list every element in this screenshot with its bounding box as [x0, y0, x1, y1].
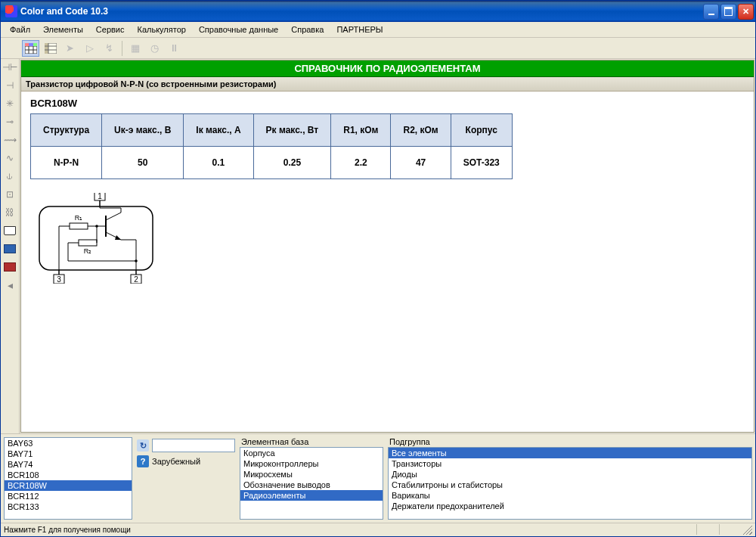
- svg-rect-30: [79, 240, 97, 246]
- refresh-button[interactable]: ↻: [137, 439, 149, 452]
- left-tool-6[interactable]: ∿: [2, 151, 17, 165]
- menu-file[interactable]: Файл: [4, 23, 36, 36]
- left-tool-book[interactable]: [2, 224, 17, 237]
- list-item[interactable]: BCR108W: [5, 480, 132, 491]
- toolbar-table2-icon[interactable]: [42, 40, 59, 57]
- svg-text:1: 1: [98, 193, 102, 200]
- th-r2: R2, кОм: [391, 114, 451, 147]
- parts-listbox[interactable]: BAY63 BAY71 BAY74 BCR108 BCR108W BCR112 …: [4, 437, 132, 520]
- svg-rect-7: [33, 43, 37, 46]
- th-package: Корпус: [451, 114, 512, 147]
- left-tool-red[interactable]: [2, 260, 17, 274]
- th-pc: Pк макс., Вт: [253, 114, 331, 147]
- spec-table: Структура Uк-э макс., В Iк макс., А Pк м…: [30, 113, 513, 179]
- toolbar-arrow-icon[interactable]: ➤: [61, 40, 79, 57]
- list-item[interactable]: BCR108: [5, 470, 132, 480]
- help-button[interactable]: ?: [137, 455, 149, 467]
- toolbar: ➤ ▷ ↯ ▦ ◷ ⏸: [1, 38, 755, 59]
- menu-partners[interactable]: ПАРТНЕРЫ: [330, 23, 389, 36]
- reference-header: СПРАВОЧНИК ПО РАДИОЭЛЕМЕНТАМ: [21, 61, 754, 77]
- toolbar-calc-icon[interactable]: ▦: [126, 40, 144, 57]
- base-listbox[interactable]: Корпуса Микроконтроллеры Микросхемы Обоз…: [240, 447, 383, 520]
- th-ic: Iк макс., А: [184, 114, 253, 147]
- list-item[interactable]: Микроконтроллеры: [240, 458, 383, 469]
- list-item[interactable]: Корпуса: [240, 448, 383, 458]
- list-item[interactable]: BCR112: [5, 491, 132, 501]
- svg-marker-42: [115, 235, 121, 240]
- svg-rect-5: [25, 43, 29, 46]
- left-tool-2[interactable]: ⊣: [2, 79, 17, 92]
- maximize-button[interactable]: [720, 4, 736, 20]
- svg-text:3: 3: [57, 275, 61, 284]
- th-structure: Структура: [31, 114, 102, 147]
- menu-help[interactable]: Справка: [285, 23, 330, 36]
- filter-controls: ↻ ? Зарубежный: [137, 437, 235, 520]
- menu-service[interactable]: Сервис: [90, 23, 131, 36]
- base-group: Элементная база Корпуса Микроконтроллеры…: [240, 437, 383, 520]
- list-item[interactable]: BCR133: [5, 501, 132, 512]
- window-title: Color and Code 10.3: [20, 6, 703, 17]
- left-tool-collapse[interactable]: ◂: [2, 278, 17, 292]
- close-button[interactable]: [738, 4, 754, 20]
- svg-point-45: [135, 259, 138, 262]
- left-tool-blue[interactable]: [2, 242, 17, 256]
- search-input[interactable]: [152, 439, 235, 452]
- svg-rect-25: [70, 223, 88, 229]
- list-item[interactable]: BAY74: [5, 459, 132, 470]
- list-item[interactable]: BAY71: [5, 449, 132, 459]
- svg-rect-6: [29, 43, 33, 46]
- list-item[interactable]: Стабилитроны и стабисторы: [389, 480, 751, 490]
- part-name: BCR108W: [30, 98, 745, 109]
- content-area: СПРАВОЧНИК ПО РАДИОЭЛЕМЕНТАМ Транзистор …: [20, 60, 754, 433]
- toolbar-clock-icon[interactable]: ◷: [146, 40, 163, 57]
- left-tool-3[interactable]: ✳: [2, 97, 17, 110]
- list-item[interactable]: Радиоэлементы: [240, 490, 383, 501]
- svg-text:2: 2: [134, 275, 138, 284]
- list-item[interactable]: BAY63: [5, 438, 132, 449]
- th-uce: Uк-э макс., В: [102, 114, 184, 147]
- app-icon: [5, 5, 17, 17]
- svg-rect-9: [45, 43, 48, 54]
- left-tool-8[interactable]: ⊡: [2, 188, 17, 201]
- svg-text:R₂: R₂: [84, 247, 92, 255]
- subgroup-label: Подгруппа: [388, 437, 752, 446]
- schematic-diagram: 1 3 2 R₁: [32, 193, 745, 285]
- left-tool-1[interactable]: ⊣⊢: [2, 61, 17, 74]
- subgroup-listbox[interactable]: Все элементы Транзисторы Диоды Стабилитр…: [388, 447, 752, 520]
- toolbar-wand-icon[interactable]: ↯: [101, 40, 118, 57]
- svg-text:R₁: R₁: [75, 214, 83, 222]
- left-toolbar: ⊣⊢ ⊣ ✳ ⊸ ⟿ ∿ ⫝ ⊡ ⛓ ◂: [1, 59, 20, 433]
- toolbar-grid-icon[interactable]: [22, 40, 39, 57]
- toolbar-play-icon[interactable]: ▷: [81, 40, 98, 57]
- left-tool-4[interactable]: ⊸: [2, 115, 17, 129]
- menu-elements[interactable]: Элементы: [37, 23, 89, 36]
- svg-line-37: [106, 213, 121, 220]
- list-item[interactable]: Микросхемы: [240, 469, 383, 480]
- base-label: Элементная база: [240, 437, 383, 446]
- resize-grip[interactable]: [742, 524, 752, 535]
- list-item[interactable]: Диоды: [389, 469, 751, 480]
- list-item[interactable]: Обозначение выводов: [240, 480, 383, 490]
- minimize-button[interactable]: [703, 4, 719, 20]
- left-tool-9[interactable]: ⛓: [2, 206, 17, 219]
- bottom-panel: BAY63 BAY71 BAY74 BCR108 BCR108W BCR112 …: [1, 433, 755, 523]
- statusbar: Нажмите F1 для получения помощи: [1, 523, 755, 535]
- menu-calculator[interactable]: Калькулятор: [132, 23, 192, 36]
- subgroup-group: Подгруппа Все элементы Транзисторы Диоды…: [388, 437, 752, 520]
- origin-label: Зарубежный: [152, 457, 200, 466]
- status-help-text: Нажмите F1 для получения помощи: [4, 526, 131, 534]
- th-r1: R1, кОм: [331, 114, 391, 147]
- status-segment: [696, 524, 719, 535]
- table-row: N-P-N 50 0.1 0.25 2.2 47 SOT-323: [31, 147, 513, 179]
- list-item[interactable]: Варикапы: [389, 490, 751, 501]
- menubar: Файл Элементы Сервис Калькулятор Справоч…: [1, 22, 755, 38]
- left-tool-5[interactable]: ⟿: [2, 133, 17, 147]
- svg-point-29: [95, 225, 98, 228]
- titlebar: Color and Code 10.3: [1, 1, 755, 22]
- list-item[interactable]: Держатели предохранителей: [389, 501, 751, 511]
- list-item[interactable]: Транзисторы: [389, 458, 751, 469]
- menu-reference-data[interactable]: Справочные данные: [193, 23, 284, 36]
- left-tool-7[interactable]: ⫝: [2, 169, 17, 183]
- list-item[interactable]: Все элементы: [389, 448, 751, 458]
- toolbar-tune-icon[interactable]: ⏸: [166, 40, 183, 57]
